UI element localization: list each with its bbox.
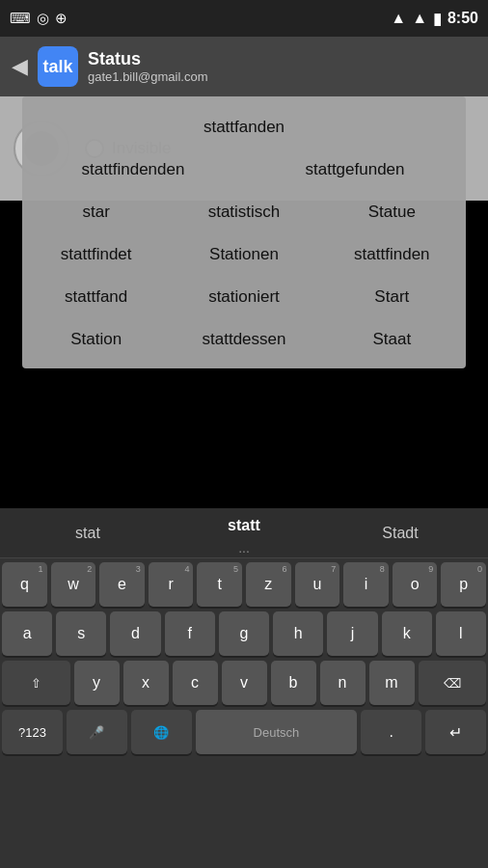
autocomplete-item-stattfindet[interactable]: stattfindet xyxy=(22,235,170,274)
globe-icon: 🌐 xyxy=(153,725,169,740)
keyboard-status-icon: ⌨ xyxy=(10,10,31,27)
key-s[interactable]: s xyxy=(56,611,106,656)
autocomplete-item-start[interactable]: Start xyxy=(318,278,466,316)
key-r[interactable]: r4 xyxy=(149,562,194,607)
keyboard-row-4: ?123 🎤 🌐 Deutsch . ↵ xyxy=(2,710,486,754)
app-header: ◀ talk Status gate1.bill@gmail.com xyxy=(0,37,488,96)
autocomplete-item-statue[interactable]: Statue xyxy=(318,193,466,231)
key-u-label: u xyxy=(312,576,321,593)
key-x[interactable]: x xyxy=(123,661,169,705)
key-globe[interactable]: 🌐 xyxy=(131,710,192,754)
key-w[interactable]: w2 xyxy=(51,562,96,607)
key-mic[interactable]: 🎤 xyxy=(67,710,127,754)
key-h[interactable]: h xyxy=(273,611,323,656)
autocomplete-panel: stattfanden stattfindenden stattgefunden… xyxy=(22,96,466,368)
key-m[interactable]: m xyxy=(369,661,415,705)
key-b[interactable]: b xyxy=(271,661,316,705)
android-status-icon: ◎ xyxy=(37,10,49,27)
key-t[interactable]: t5 xyxy=(197,562,242,607)
key-y[interactable]: y xyxy=(74,661,120,705)
key-h-label: h xyxy=(294,625,303,642)
key-z-num: 6 xyxy=(283,564,287,574)
autocomplete-item-stattfindenden[interactable]: stattfindenden xyxy=(22,150,244,189)
key-period[interactable]: . xyxy=(361,710,421,754)
key-i-label: i xyxy=(365,576,368,593)
suggestion-stadt[interactable]: Stadt xyxy=(322,519,478,548)
suggestion-middle-group: statt ... xyxy=(166,511,322,556)
key-backspace[interactable]: ⌫ xyxy=(419,661,487,705)
key-num-switch[interactable]: ?123 xyxy=(2,710,63,754)
autocomplete-row-4: stattfindet Stationen stattfinden xyxy=(22,233,466,276)
battery-icon: ▮ xyxy=(433,10,442,28)
key-e-label: e xyxy=(118,576,126,593)
enter-icon: ↵ xyxy=(449,723,462,742)
keyboard-row-2: a s d f g h j k l xyxy=(2,611,486,656)
key-d-label: d xyxy=(131,625,140,642)
key-k[interactable]: k xyxy=(382,611,432,656)
key-s-label: s xyxy=(77,625,85,642)
key-c-label: c xyxy=(191,674,199,692)
key-w-label: w xyxy=(68,576,79,593)
key-space[interactable]: Deutsch xyxy=(196,710,358,754)
key-i[interactable]: i8 xyxy=(343,562,389,607)
backspace-icon: ⌫ xyxy=(444,676,461,691)
autocomplete-row-6: Station stattdessen Staat xyxy=(22,318,466,361)
key-f[interactable]: f xyxy=(165,611,215,656)
key-n[interactable]: n xyxy=(320,661,366,705)
autocomplete-item-staat[interactable]: Staat xyxy=(318,320,466,359)
shift-icon: ⇧ xyxy=(31,676,41,691)
key-u-num: 7 xyxy=(331,564,336,574)
key-o[interactable]: o9 xyxy=(393,562,438,607)
header-subtitle: gate1.bill@gmail.com xyxy=(88,69,207,84)
key-o-label: o xyxy=(411,576,420,593)
key-u[interactable]: u7 xyxy=(295,562,340,607)
key-v[interactable]: v xyxy=(222,661,267,705)
autocomplete-item-star[interactable]: star xyxy=(22,193,170,231)
autocomplete-item-stationen[interactable]: Stationen xyxy=(170,235,317,274)
autocomplete-item-stattfand[interactable]: stattfand xyxy=(22,278,170,316)
key-f-label: f xyxy=(188,625,192,642)
key-g[interactable]: g xyxy=(219,611,269,656)
back-button[interactable]: ◀ xyxy=(12,54,28,79)
autocomplete-item-stattgefunden[interactable]: stattgefunden xyxy=(244,150,466,189)
autocomplete-item-statistisch[interactable]: statistisch xyxy=(170,193,317,231)
autocomplete-row-3: star statistisch Statue xyxy=(22,191,466,233)
suggestion-stat[interactable]: stat xyxy=(10,519,166,548)
autocomplete-item-stattdessen[interactable]: stattdessen xyxy=(170,320,317,359)
key-p-label: p xyxy=(459,576,468,593)
key-a-label: a xyxy=(23,625,32,642)
autocomplete-item-stattfinden[interactable]: stattfinden xyxy=(318,235,466,274)
num-switch-label: ?123 xyxy=(18,725,46,740)
key-i-num: 8 xyxy=(380,564,385,574)
key-j-label: j xyxy=(351,625,355,642)
key-m-label: m xyxy=(385,674,397,692)
key-l[interactable]: l xyxy=(436,611,486,656)
key-j[interactable]: j xyxy=(327,611,377,656)
autocomplete-row-5: stattfand stationiert Start xyxy=(22,276,466,318)
key-enter[interactable]: ↵ xyxy=(425,710,486,754)
key-y-label: y xyxy=(93,674,100,692)
keyboard: q1 w2 e3 r4 t5 z6 u7 i8 o9 p0 a s d f g … xyxy=(0,558,488,868)
key-c[interactable]: c xyxy=(173,661,218,705)
key-n-label: n xyxy=(339,674,347,692)
suggestion-bar: stat statt ... Stadt xyxy=(0,508,488,558)
suggestion-statt[interactable]: statt xyxy=(166,511,322,540)
key-a[interactable]: a xyxy=(2,611,52,656)
key-z[interactable]: z6 xyxy=(246,562,291,607)
period-label: . xyxy=(389,723,393,741)
status-bar-right: ▲ ▲ ▮ 8:50 xyxy=(391,10,478,28)
key-e[interactable]: e3 xyxy=(99,562,145,607)
key-t-num: 5 xyxy=(233,564,238,574)
autocomplete-item-stationiert[interactable]: stationiert xyxy=(170,278,317,316)
suggestion-dots: ... xyxy=(166,540,322,556)
app-logo-text: talk xyxy=(42,57,72,77)
key-d[interactable]: d xyxy=(110,611,160,656)
key-p[interactable]: p0 xyxy=(441,562,486,607)
autocomplete-item-station[interactable]: Station xyxy=(22,320,170,359)
key-q[interactable]: q1 xyxy=(2,562,47,607)
keyboard-row-3: ⇧ y x c v b n m ⌫ xyxy=(2,661,486,705)
key-b-label: b xyxy=(289,674,298,692)
key-shift[interactable]: ⇧ xyxy=(2,661,70,705)
autocomplete-item-stattfanden[interactable]: stattfanden xyxy=(22,108,466,147)
key-q-label: q xyxy=(20,576,29,593)
